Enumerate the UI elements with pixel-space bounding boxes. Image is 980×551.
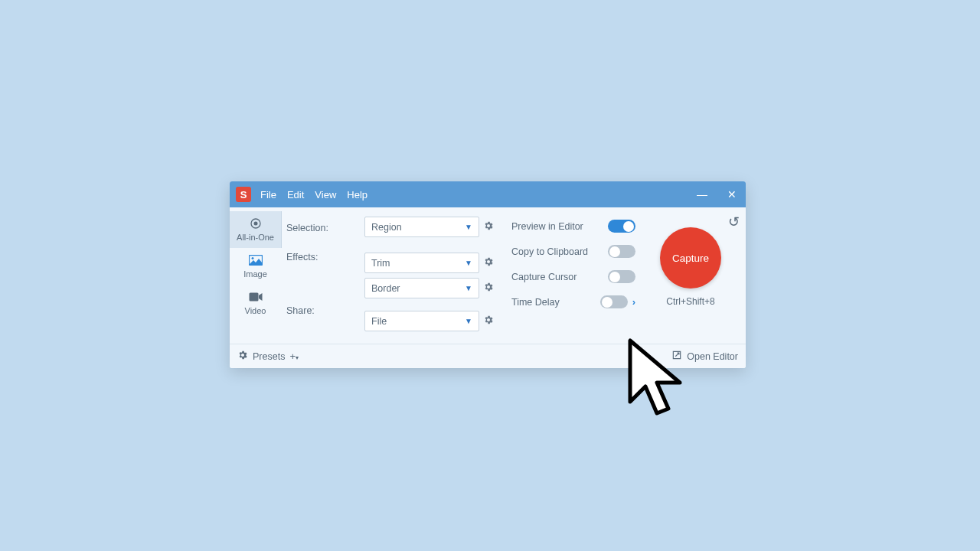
effect1-settings-gear-icon[interactable] <box>482 256 495 270</box>
footer-bar: Presets +▾ Open Editor <box>230 344 746 368</box>
presets-label[interactable]: Presets <box>253 351 285 362</box>
gap <box>364 242 495 248</box>
selection-row: Region ▼ <box>364 217 495 237</box>
label-effects: Effects: <box>286 246 355 275</box>
share-settings-gear-icon[interactable] <box>482 315 495 328</box>
effect1-row: Trim ▼ <box>364 253 495 273</box>
delay-expand-chevron-icon[interactable]: › <box>632 296 635 308</box>
open-editor-label: Open Editor <box>687 351 738 362</box>
footer-left: Presets +▾ <box>237 350 299 363</box>
tab-video[interactable]: Video <box>230 285 282 321</box>
toggle-delay-row: Time Delay › <box>511 292 635 311</box>
settings-fields: Region ▼ Trim ▼ <box>364 217 495 331</box>
selection-dropdown[interactable]: Region ▼ <box>364 217 479 237</box>
window-body: All-in-One Image Video Selection: Effect… <box>230 207 746 344</box>
tab-label: Image <box>243 269 267 279</box>
gap <box>364 303 495 306</box>
close-button[interactable]: ✕ <box>724 188 740 201</box>
label-spacer <box>286 275 355 299</box>
undo-icon[interactable]: ↺ <box>728 214 740 230</box>
tab-all-in-one[interactable]: All-in-One <box>230 211 282 248</box>
svg-point-3 <box>251 257 253 259</box>
app-logo: S <box>236 187 251 202</box>
open-editor-button[interactable]: Open Editor <box>671 350 738 363</box>
tab-label: All-in-One <box>237 233 274 242</box>
toggle-delay[interactable] <box>600 295 628 308</box>
snagit-capture-window: S File Edit View Help — ✕ All-in-One <box>230 181 746 368</box>
share-dropdown[interactable]: File ▼ <box>364 311 479 331</box>
toggle-clipboard-row: Copy to Clipboard <box>511 242 635 261</box>
share-row: File ▼ <box>364 311 495 331</box>
toggles-panel: Preview in Editor Copy to Clipboard Capt… <box>504 217 635 331</box>
menu-help[interactable]: Help <box>347 189 368 201</box>
tab-image[interactable]: Image <box>230 248 282 285</box>
toggle-label: Capture Cursor <box>511 272 577 282</box>
dropdown-value: Region <box>371 222 402 233</box>
label-share: Share: <box>286 299 355 328</box>
svg-rect-4 <box>249 293 258 302</box>
caret-down-icon: ▼ <box>465 284 472 292</box>
caret-down-icon: ▼ <box>465 223 472 231</box>
capture-button[interactable]: Capture <box>660 227 721 289</box>
toggle-preview[interactable] <box>608 220 635 233</box>
image-icon <box>248 253 263 268</box>
menu-edit[interactable]: Edit <box>287 189 304 201</box>
effect2-settings-gear-icon[interactable] <box>482 282 495 295</box>
toggle-preview-row: Preview in Editor <box>511 217 635 236</box>
presets-gear-icon[interactable] <box>237 350 248 363</box>
toggle-cursor[interactable] <box>608 270 635 283</box>
target-icon <box>248 216 263 231</box>
menu-bar: File Edit View Help <box>260 189 368 201</box>
toggle-clipboard[interactable] <box>608 245 635 258</box>
tab-label: Video <box>245 306 266 315</box>
settings-panel: Selection: Effects: Share: Region ▼ <box>282 207 746 344</box>
menu-file[interactable]: File <box>260 189 276 201</box>
svg-point-1 <box>253 222 257 226</box>
caret-down-icon: ▼ <box>465 259 472 267</box>
minimize-button[interactable]: — <box>694 188 710 201</box>
capture-hotkey: Ctrl+Shift+8 <box>666 296 714 307</box>
video-icon <box>248 289 263 305</box>
toggle-cursor-row: Capture Cursor <box>511 267 635 286</box>
open-editor-icon <box>671 350 682 363</box>
selection-settings-gear-icon[interactable] <box>482 220 495 234</box>
toggle-label: Preview in Editor <box>511 221 583 232</box>
caret-down-icon: ▼ <box>465 317 472 325</box>
capture-mode-tabs: All-in-One Image Video <box>230 207 282 344</box>
effect2-dropdown[interactable]: Border ▼ <box>364 278 479 298</box>
effect2-row: Border ▼ <box>364 278 495 298</box>
toggle-label: Time Delay <box>511 297 560 308</box>
titlebar: S File Edit View Help — ✕ <box>230 181 746 207</box>
menu-view[interactable]: View <box>315 189 336 201</box>
toggle-label: Copy to Clipboard <box>511 246 588 257</box>
presets-add-button[interactable]: +▾ <box>289 350 299 362</box>
label-selection: Selection: <box>286 217 355 246</box>
effect1-dropdown[interactable]: Trim ▼ <box>364 253 479 273</box>
window-controls: — ✕ <box>694 188 740 201</box>
settings-labels: Selection: Effects: Share: <box>286 217 355 331</box>
capture-area: ↺ Capture Ctrl+Shift+8 <box>645 217 737 331</box>
dropdown-value: File <box>371 316 387 327</box>
dropdown-value: Trim <box>371 258 390 269</box>
dropdown-value: Border <box>371 283 400 294</box>
